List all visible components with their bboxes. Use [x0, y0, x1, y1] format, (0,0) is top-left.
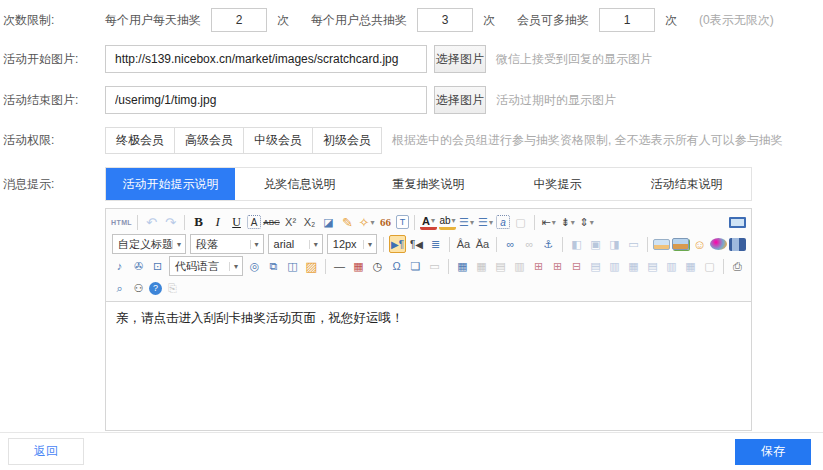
delete-row-icon[interactable]: ⊟	[568, 257, 585, 275]
redo-icon[interactable]: ↷	[162, 213, 179, 231]
html-source-icon[interactable]: HTML	[111, 213, 132, 231]
unordered-list-icon[interactable]: ☰▾	[477, 213, 494, 231]
split-cell-icon[interactable]: ▥	[606, 257, 623, 275]
image-align-center-icon[interactable]: ▣	[587, 235, 604, 253]
special-char-icon[interactable]: Ω	[388, 257, 405, 275]
ltr-icon[interactable]: ▶¶	[389, 235, 406, 253]
limit-input-1[interactable]	[417, 8, 473, 32]
paste-filter-icon[interactable]: T	[396, 215, 409, 229]
horizontal-rule-icon[interactable]: —	[331, 257, 348, 275]
video-icon[interactable]	[729, 238, 746, 251]
start-image-pick-button[interactable]: 选择图片	[434, 45, 486, 73]
snippet-icon[interactable]: ⧉	[265, 257, 282, 275]
code-language-select[interactable]: 代码语言▾	[169, 256, 243, 276]
table-align-right-icon[interactable]: ▥	[663, 257, 680, 275]
blockquote-icon[interactable]: 66	[377, 213, 394, 231]
insert-col-title-icon[interactable]: ▥	[511, 257, 528, 275]
permission-row: 活动权限: 终极会员高级会员中级会员初级会员 根据选中的会员组进行参与抽奖资格限…	[0, 127, 823, 154]
columns-icon[interactable]: ◫	[284, 257, 301, 275]
time-icon[interactable]: ◷	[369, 257, 386, 275]
paragraph-spacing-icon[interactable]: ⇟▾	[559, 213, 576, 231]
auto-typeset-icon[interactable]: ✧▾	[358, 213, 375, 231]
font-color-icon[interactable]: A▾	[420, 215, 437, 230]
emoji-icon[interactable]: ☺	[691, 235, 708, 253]
delete-table-icon[interactable]: ▦	[473, 257, 490, 275]
merge-cells-icon[interactable]: ▤	[587, 257, 604, 275]
new-doc-icon[interactable]: ▢	[512, 213, 529, 231]
insert-table-icon[interactable]: ▦	[454, 257, 471, 275]
background-icon[interactable]: ▨	[303, 257, 320, 275]
print-icon[interactable]: ⎙	[729, 257, 746, 275]
link-icon[interactable]: ∞	[502, 235, 519, 253]
start-image-input[interactable]	[105, 45, 427, 73]
paragraph-select[interactable]: 段落▾	[190, 234, 264, 254]
underline-icon[interactable]: U	[228, 213, 245, 231]
member-option-1[interactable]: 高级会员	[175, 127, 244, 154]
end-image-input[interactable]	[105, 86, 427, 114]
limit-input-0[interactable]	[211, 8, 267, 32]
custom-title-select[interactable]: 自定义标题▾	[112, 234, 186, 254]
image-align-right-icon[interactable]: ◨	[606, 235, 623, 253]
subscript-icon[interactable]: X₂	[301, 213, 318, 231]
table-align-center-icon[interactable]: ▤	[644, 257, 661, 275]
unlink-icon[interactable]: ∞	[521, 235, 538, 253]
search-replace-icon[interactable]: ⚇	[130, 279, 147, 297]
anchor-name-icon[interactable]: a	[496, 215, 510, 229]
start-image-hint: 微信上接受到回复的显示图片	[496, 51, 652, 68]
end-image-pick-button[interactable]: 选择图片	[434, 86, 486, 114]
drafts-icon[interactable]: ⎘	[164, 279, 181, 297]
save-button[interactable]: 保存	[735, 439, 811, 465]
strikethrough-icon[interactable]: ABC	[263, 213, 280, 231]
message-tab-1[interactable]: 兑奖信息说明	[235, 168, 364, 200]
message-tab-0[interactable]: 活动开始提示说明	[106, 168, 235, 200]
message-tab-3[interactable]: 中奖提示	[493, 168, 622, 200]
format-painter-icon[interactable]: ✎	[339, 213, 356, 231]
anchor-icon[interactable]: ⚓	[540, 235, 557, 253]
back-button[interactable]: 返回	[8, 438, 84, 465]
lowercase-icon[interactable]: Ăa	[474, 235, 491, 253]
insert-row-icon[interactable]: ⊞	[530, 257, 547, 275]
message-tab-2[interactable]: 重复抽奖说明	[364, 168, 493, 200]
attachment-icon[interactable]: ✇	[130, 257, 147, 275]
editor-content[interactable]: 亲，请点击进入刮刮卡抽奖活动页面，祝您好运哦！	[106, 302, 751, 430]
limit-input-2[interactable]	[599, 8, 655, 32]
indent-paragraph-icon[interactable]: ≣	[427, 235, 444, 253]
code-block-icon[interactable]: ◎	[246, 257, 263, 275]
highlight-color-icon[interactable]: ab▾	[439, 215, 456, 230]
font-size-select[interactable]: 12px▾	[327, 234, 377, 254]
table-full-width-icon[interactable]: ▦	[682, 257, 699, 275]
insert-row-title-icon[interactable]: ▤	[492, 257, 509, 275]
fullscreen-icon[interactable]	[729, 217, 746, 228]
table-align-left-icon[interactable]: ▦	[625, 257, 642, 275]
first-line-indent-icon[interactable]: ⇤▾	[540, 213, 557, 231]
line-spacing-icon[interactable]: ⇕▾	[578, 213, 595, 231]
image-align-left-icon[interactable]: ◧	[568, 235, 585, 253]
insert-image-icon[interactable]	[653, 239, 670, 250]
ordered-list-icon[interactable]: ☰▾	[458, 213, 475, 231]
help-icon[interactable]: ?	[149, 282, 162, 295]
member-option-2[interactable]: 中级会员	[244, 127, 313, 154]
doc-template-icon[interactable]: ▢	[701, 257, 718, 275]
rtl-icon[interactable]: ¶◀	[408, 235, 425, 253]
map-icon[interactable]: ⊡	[149, 257, 166, 275]
comment-icon[interactable]: ❏	[407, 257, 424, 275]
undo-icon[interactable]: ↶	[143, 213, 160, 231]
image-align-none-icon[interactable]: ▭	[625, 235, 642, 253]
remove-format-icon[interactable]: ◪	[320, 213, 337, 231]
date-icon[interactable]: ▦	[350, 257, 367, 275]
superscript-icon[interactable]: X²	[282, 213, 299, 231]
message-tab-4[interactable]: 活动结束说明	[622, 168, 751, 200]
upload-image-icon[interactable]	[672, 238, 689, 250]
member-option-0[interactable]: 终极会员	[105, 127, 175, 154]
scrawl-icon[interactable]	[710, 238, 727, 250]
music-icon[interactable]: ♪	[111, 257, 128, 275]
font-family-select[interactable]: arial▾	[268, 234, 323, 254]
preview-icon[interactable]: ⌕	[111, 279, 128, 297]
uppercase-icon[interactable]: Âa	[455, 235, 472, 253]
italic-icon[interactable]: I	[209, 213, 226, 231]
insert-col-icon[interactable]: ⊞	[549, 257, 566, 275]
bold-icon[interactable]: B	[190, 213, 207, 231]
cite-icon[interactable]: ▭	[426, 257, 443, 275]
border-text-icon[interactable]: A	[247, 215, 261, 229]
member-option-3[interactable]: 初级会员	[313, 127, 382, 154]
